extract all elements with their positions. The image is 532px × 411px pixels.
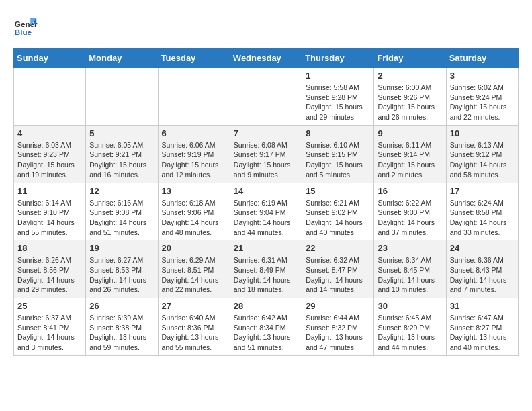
week-row-1: 4Sunrise: 6:03 AMSunset: 9:23 PMDaylight… (14, 125, 519, 183)
day-info: Sunrise: 6:05 AMSunset: 9:21 PMDaylight:… (89, 140, 154, 180)
calendar-cell: 1Sunrise: 5:58 AMSunset: 9:28 PMDaylight… (302, 68, 374, 126)
day-info: Sunrise: 6:18 AMSunset: 9:06 PMDaylight:… (162, 198, 226, 238)
day-info: Sunrise: 6:36 AMSunset: 8:43 PMDaylight:… (450, 255, 515, 295)
day-info: Sunrise: 6:40 AMSunset: 8:36 PMDaylight:… (162, 313, 226, 353)
day-number: 30 (378, 301, 442, 311)
day-number: 21 (234, 243, 298, 253)
day-number: 10 (450, 128, 515, 138)
page-header: General Blue (13, 13, 519, 38)
calendar-cell: 14Sunrise: 6:19 AMSunset: 9:04 PMDayligh… (230, 183, 302, 240)
calendar-cell: 12Sunrise: 6:16 AMSunset: 9:08 PMDayligh… (86, 183, 158, 240)
day-info: Sunrise: 6:16 AMSunset: 9:08 PMDaylight:… (89, 198, 154, 238)
day-number: 27 (162, 301, 226, 311)
day-number: 8 (306, 128, 370, 138)
calendar-cell: 17Sunrise: 6:24 AMSunset: 8:58 PMDayligh… (446, 183, 518, 240)
header-day-wednesday: Wednesday (230, 49, 302, 68)
calendar-cell (158, 68, 230, 126)
day-number: 7 (234, 128, 298, 138)
day-number: 12 (89, 186, 154, 196)
day-info: Sunrise: 6:27 AMSunset: 8:53 PMDaylight:… (89, 255, 154, 295)
day-info: Sunrise: 6:44 AMSunset: 8:32 PMDaylight:… (306, 313, 370, 353)
day-number: 5 (89, 128, 154, 138)
calendar-header: SundayMondayTuesdayWednesdayThursdayFrid… (14, 49, 519, 68)
calendar-cell: 11Sunrise: 6:14 AMSunset: 9:10 PMDayligh… (14, 183, 86, 240)
calendar-cell: 19Sunrise: 6:27 AMSunset: 8:53 PMDayligh… (86, 240, 158, 298)
day-info: Sunrise: 6:22 AMSunset: 9:00 PMDaylight:… (378, 198, 442, 238)
calendar-cell: 25Sunrise: 6:37 AMSunset: 8:41 PMDayligh… (14, 298, 86, 356)
calendar-cell: 31Sunrise: 6:47 AMSunset: 8:27 PMDayligh… (446, 298, 518, 356)
calendar-cell: 7Sunrise: 6:08 AMSunset: 9:17 PMDaylight… (230, 125, 302, 183)
day-info: Sunrise: 6:37 AMSunset: 8:41 PMDaylight:… (17, 313, 82, 353)
day-info: Sunrise: 6:14 AMSunset: 9:10 PMDaylight:… (17, 198, 82, 238)
week-row-0: 1Sunrise: 5:58 AMSunset: 9:28 PMDaylight… (14, 68, 519, 126)
week-row-4: 25Sunrise: 6:37 AMSunset: 8:41 PMDayligh… (14, 298, 519, 356)
calendar-cell: 21Sunrise: 6:31 AMSunset: 8:49 PMDayligh… (230, 240, 302, 298)
day-info: Sunrise: 6:00 AMSunset: 9:26 PMDaylight:… (378, 83, 442, 122)
day-info: Sunrise: 6:08 AMSunset: 9:17 PMDaylight:… (234, 140, 298, 180)
day-number: 14 (234, 186, 298, 196)
header-day-tuesday: Tuesday (158, 49, 230, 68)
calendar-cell (230, 68, 302, 126)
day-number: 9 (378, 128, 442, 138)
day-info: Sunrise: 6:31 AMSunset: 8:49 PMDaylight:… (234, 255, 298, 295)
day-number: 17 (450, 186, 515, 196)
day-number: 2 (378, 71, 442, 81)
calendar-cell: 24Sunrise: 6:36 AMSunset: 8:43 PMDayligh… (446, 240, 518, 298)
day-info: Sunrise: 6:10 AMSunset: 9:15 PMDaylight:… (306, 140, 370, 180)
calendar-cell: 27Sunrise: 6:40 AMSunset: 8:36 PMDayligh… (158, 298, 230, 356)
day-number: 16 (378, 186, 442, 196)
day-number: 6 (162, 128, 226, 138)
calendar-table: SundayMondayTuesdayWednesdayThursdayFrid… (13, 48, 519, 356)
calendar-cell: 23Sunrise: 6:34 AMSunset: 8:45 PMDayligh… (374, 240, 446, 298)
calendar-cell: 2Sunrise: 6:00 AMSunset: 9:26 PMDaylight… (374, 68, 446, 126)
calendar-cell: 5Sunrise: 6:05 AMSunset: 9:21 PMDaylight… (86, 125, 158, 183)
logo: General Blue (13, 13, 38, 38)
calendar-cell: 16Sunrise: 6:22 AMSunset: 9:00 PMDayligh… (374, 183, 446, 240)
calendar-cell: 26Sunrise: 6:39 AMSunset: 8:38 PMDayligh… (86, 298, 158, 356)
day-info: Sunrise: 6:42 AMSunset: 8:34 PMDaylight:… (234, 313, 298, 353)
day-info: Sunrise: 6:45 AMSunset: 8:29 PMDaylight:… (378, 313, 442, 353)
day-info: Sunrise: 6:03 AMSunset: 9:23 PMDaylight:… (17, 140, 82, 180)
header-day-friday: Friday (374, 49, 446, 68)
calendar-cell: 15Sunrise: 6:21 AMSunset: 9:02 PMDayligh… (302, 183, 374, 240)
header-day-thursday: Thursday (302, 49, 374, 68)
day-info: Sunrise: 6:21 AMSunset: 9:02 PMDaylight:… (306, 198, 370, 238)
calendar-body: 1Sunrise: 5:58 AMSunset: 9:28 PMDaylight… (14, 68, 519, 356)
day-number: 23 (378, 243, 442, 253)
day-info: Sunrise: 6:11 AMSunset: 9:14 PMDaylight:… (378, 140, 442, 180)
header-day-sunday: Sunday (14, 49, 86, 68)
day-info: Sunrise: 6:34 AMSunset: 8:45 PMDaylight:… (378, 255, 442, 295)
calendar-cell: 28Sunrise: 6:42 AMSunset: 8:34 PMDayligh… (230, 298, 302, 356)
day-number: 3 (450, 71, 515, 81)
day-number: 11 (17, 186, 82, 196)
day-number: 28 (234, 301, 298, 311)
day-number: 20 (162, 243, 226, 253)
day-info: Sunrise: 6:32 AMSunset: 8:47 PMDaylight:… (306, 255, 370, 295)
day-number: 19 (89, 243, 154, 253)
calendar-cell: 18Sunrise: 6:26 AMSunset: 8:56 PMDayligh… (14, 240, 86, 298)
day-info: Sunrise: 6:06 AMSunset: 9:19 PMDaylight:… (162, 140, 226, 180)
day-info: Sunrise: 6:47 AMSunset: 8:27 PMDaylight:… (450, 313, 515, 353)
day-number: 15 (306, 186, 370, 196)
day-number: 31 (450, 301, 515, 311)
calendar-cell: 29Sunrise: 6:44 AMSunset: 8:32 PMDayligh… (302, 298, 374, 356)
calendar-cell: 10Sunrise: 6:13 AMSunset: 9:12 PMDayligh… (446, 125, 518, 183)
calendar-cell: 13Sunrise: 6:18 AMSunset: 9:06 PMDayligh… (158, 183, 230, 240)
calendar-cell: 20Sunrise: 6:29 AMSunset: 8:51 PMDayligh… (158, 240, 230, 298)
day-info: Sunrise: 6:19 AMSunset: 9:04 PMDaylight:… (234, 198, 298, 238)
day-number: 26 (89, 301, 154, 311)
calendar-cell: 30Sunrise: 6:45 AMSunset: 8:29 PMDayligh… (374, 298, 446, 356)
calendar-cell: 9Sunrise: 6:11 AMSunset: 9:14 PMDaylight… (374, 125, 446, 183)
day-info: Sunrise: 6:24 AMSunset: 8:58 PMDaylight:… (450, 198, 515, 238)
week-row-2: 11Sunrise: 6:14 AMSunset: 9:10 PMDayligh… (14, 183, 519, 240)
calendar-cell: 3Sunrise: 6:02 AMSunset: 9:24 PMDaylight… (446, 68, 518, 126)
calendar-cell (86, 68, 158, 126)
day-info: Sunrise: 6:39 AMSunset: 8:38 PMDaylight:… (89, 313, 154, 353)
calendar-cell (14, 68, 86, 126)
day-number: 13 (162, 186, 226, 196)
calendar-cell: 22Sunrise: 6:32 AMSunset: 8:47 PMDayligh… (302, 240, 374, 298)
header-day-monday: Monday (86, 49, 158, 68)
calendar-cell: 6Sunrise: 6:06 AMSunset: 9:19 PMDaylight… (158, 125, 230, 183)
day-number: 18 (17, 243, 82, 253)
day-info: Sunrise: 6:29 AMSunset: 8:51 PMDaylight:… (162, 255, 226, 295)
